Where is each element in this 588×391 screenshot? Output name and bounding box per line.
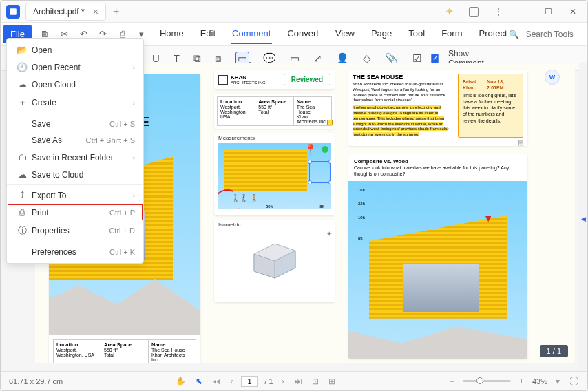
chevron-right-icon: › bbox=[133, 99, 135, 107]
menu-tool[interactable]: Tool bbox=[407, 24, 426, 44]
file-export[interactable]: ⤴Export To› bbox=[7, 187, 143, 204]
file-open-recent[interactable]: 🕘Open Recent› bbox=[7, 59, 143, 76]
page-dimensions: 61.71 x 29.7 cm bbox=[9, 377, 63, 385]
folder-open-icon: 📂 bbox=[15, 45, 29, 55]
fit-width-icon[interactable]: ⊡ bbox=[311, 377, 320, 386]
right-scrollbar[interactable]: ◀ bbox=[579, 63, 587, 371]
isometric-card: Isometric ✦ bbox=[214, 220, 335, 302]
file-save-recent-folder[interactable]: 🗀Save in Recent Folder› bbox=[7, 149, 143, 166]
file-save[interactable]: SaveCtrl + S bbox=[7, 116, 143, 132]
file-save-cloud[interactable]: ☁Save to Cloud bbox=[7, 166, 143, 183]
search-input[interactable] bbox=[526, 30, 581, 39]
zoom-in-icon[interactable]: + bbox=[518, 377, 525, 386]
folder-icon: 🗀 bbox=[15, 152, 29, 162]
zoom-slider[interactable] bbox=[463, 380, 511, 382]
select-tool-icon[interactable]: ⬉ bbox=[194, 377, 204, 386]
sticky-note[interactable]: Faisal KhanNov 18, 2:01PM This is lookin… bbox=[458, 74, 523, 138]
file-properties[interactable]: ⓘPropertiesCtrl + D bbox=[7, 221, 143, 240]
search-icon[interactable]: 🔍 bbox=[509, 30, 519, 39]
minimize-button[interactable]: — bbox=[514, 3, 532, 21]
file-open-cloud[interactable]: ☁Open Cloud bbox=[7, 76, 143, 93]
tab-close-icon[interactable]: × bbox=[93, 6, 98, 17]
word-export-icon[interactable]: W bbox=[545, 70, 560, 85]
maximize-button[interactable]: ☐ bbox=[539, 3, 557, 21]
khan-logo: KHANARCHITECTS INC. bbox=[218, 74, 266, 85]
export-icon: ⤴ bbox=[15, 190, 29, 200]
info-card: LocationWestport,Washington, USA Area Sp… bbox=[214, 94, 335, 129]
info-icon: ⓘ bbox=[15, 224, 29, 237]
menu-home[interactable]: Home bbox=[158, 24, 185, 44]
description-card: THE SEA HOUSE Khan Architects Inc. creat… bbox=[348, 70, 527, 146]
kebab-icon[interactable]: ⋮ bbox=[490, 3, 507, 21]
chevron-right-icon: › bbox=[133, 191, 135, 199]
chevron-right-icon: › bbox=[133, 63, 135, 71]
separator bbox=[7, 184, 143, 185]
info-table: LocationWestport,Washington, USA Area Sp… bbox=[53, 339, 196, 363]
zoom-value: 43% bbox=[532, 377, 547, 385]
menu-form[interactable]: Form bbox=[440, 24, 463, 44]
separator bbox=[7, 242, 143, 242]
tab-filename: Architect.pdf * bbox=[33, 7, 85, 17]
svg-rect-0 bbox=[10, 8, 17, 15]
file-preferences[interactable]: PreferencesCtrl + K bbox=[7, 244, 143, 260]
status-dot-icon bbox=[322, 146, 328, 153]
next-page-icon[interactable]: › bbox=[280, 377, 286, 386]
menu-edit[interactable]: Edit bbox=[199, 24, 217, 44]
first-page-icon[interactable]: ⏮ bbox=[211, 377, 222, 386]
titlebar: Architect.pdf * × + ✦ ⋮ — ☐ ✕ bbox=[1, 1, 587, 23]
page-indicator: 1 / 1 bbox=[540, 345, 568, 357]
file-dropdown: 📂Open 🕘Open Recent› ☁Open Cloud ＋Create›… bbox=[6, 38, 144, 264]
annotation-rect[interactable] bbox=[309, 161, 331, 183]
cloud-up-icon: ☁ bbox=[15, 169, 29, 180]
clock-icon: 🕘 bbox=[15, 62, 29, 72]
zoom-dropdown-icon[interactable]: ▾ bbox=[554, 377, 561, 386]
file-create[interactable]: ＋Create› bbox=[7, 93, 143, 112]
measurements-card: Measurements 🚶🚶‍♀️ 🚶 📍 30ft 8ft bbox=[214, 133, 335, 215]
file-save-as[interactable]: Save AsCtrl + Shift + S bbox=[7, 132, 143, 149]
composite-card: Composite vs. Wood Can we look into what… bbox=[348, 154, 527, 359]
note-marker-icon[interactable] bbox=[327, 120, 333, 125]
fullscreen-icon[interactable]: ⛶ bbox=[568, 377, 579, 386]
highlighted-text[interactable]: It relies on photovoltaic panels for ele… bbox=[353, 105, 448, 136]
pin-icon[interactable]: 📍 bbox=[304, 143, 317, 156]
separator bbox=[7, 114, 143, 114]
arrow-down-icon[interactable]: ▼ bbox=[483, 213, 493, 224]
prev-page-icon[interactable]: ‹ bbox=[229, 377, 234, 386]
file-print[interactable]: ⎙PrintCtrl + P bbox=[7, 204, 143, 221]
zoom-out-icon[interactable]: − bbox=[448, 377, 456, 386]
plus-icon: ＋ bbox=[15, 96, 29, 109]
last-page-icon[interactable]: ⏭ bbox=[293, 377, 304, 386]
document-tab[interactable]: Architect.pdf * × bbox=[25, 3, 106, 21]
printer-icon: ⎙ bbox=[15, 207, 29, 218]
fit-page-icon[interactable]: ⊞ bbox=[327, 377, 337, 386]
app-icon bbox=[6, 5, 20, 19]
cloud-icon: ☁ bbox=[15, 79, 29, 89]
menu-page[interactable]: Page bbox=[370, 24, 393, 44]
menu-protect[interactable]: Protect bbox=[477, 24, 508, 44]
hand-tool-icon[interactable]: ✋ bbox=[174, 377, 187, 386]
header-card: KHANARCHITECTS INC. Reviewed bbox=[214, 70, 335, 89]
file-open[interactable]: 📂Open bbox=[7, 41, 143, 59]
statusbar: 61.71 x 29.7 cm ✋ ⬉ ⏮ ‹ / 1 › ⏭ ⊡ ⊞ − + … bbox=[1, 371, 587, 390]
share-icon[interactable] bbox=[465, 3, 483, 21]
new-tab-button[interactable]: + bbox=[113, 6, 119, 18]
chevron-right-icon: › bbox=[133, 154, 135, 161]
expand-panel-icon[interactable]: ◀ bbox=[579, 214, 587, 224]
menu-convert[interactable]: Convert bbox=[286, 24, 320, 44]
show-comment-check[interactable]: ✓ bbox=[431, 54, 439, 63]
menu-comment[interactable]: Comment bbox=[231, 24, 272, 44]
menu-view[interactable]: View bbox=[334, 24, 356, 44]
premium-icon[interactable]: ✦ bbox=[440, 3, 458, 21]
close-button[interactable]: ✕ bbox=[564, 3, 582, 21]
reviewed-badge: Reviewed bbox=[284, 74, 330, 85]
expand-icon[interactable]: ⊞ bbox=[353, 139, 523, 146]
page-input[interactable] bbox=[241, 376, 258, 387]
